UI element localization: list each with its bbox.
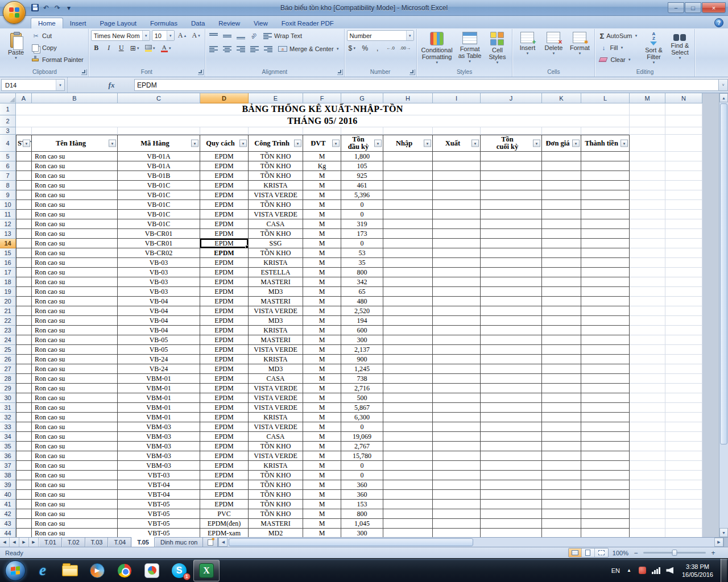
close-button[interactable]: × — [702, 2, 726, 13]
cell-H5[interactable] — [383, 152, 433, 161]
cell-F40[interactable]: M — [303, 490, 341, 500]
cell-L19[interactable] — [581, 287, 630, 297]
cell-J41[interactable] — [481, 500, 542, 509]
cell-K9[interactable] — [542, 190, 581, 200]
cell-G43[interactable]: 1,045 — [341, 519, 383, 529]
row-header-14[interactable]: 14 — [0, 239, 16, 248]
cell-K21[interactable] — [542, 306, 581, 316]
cell-M6[interactable] — [630, 161, 665, 171]
cell-B19[interactable]: Ron cao su — [32, 287, 118, 297]
cell-I16[interactable] — [433, 258, 481, 268]
cell-I6[interactable] — [433, 161, 481, 171]
cell-M38[interactable] — [630, 471, 665, 480]
row-header-42[interactable]: 42 — [0, 509, 16, 519]
cell-J13[interactable] — [481, 229, 542, 239]
filter-button-A[interactable]: ▼ — [23, 140, 30, 147]
cell-E32[interactable]: KRISTA — [249, 413, 303, 422]
decrease-decimal-button[interactable]: .00→ — [398, 43, 412, 53]
horizontal-scrollbar[interactable]: ◀ ▶ — [218, 538, 723, 547]
cell-K32[interactable] — [542, 413, 581, 422]
cell-D27[interactable]: EPDM — [200, 364, 249, 374]
table-header-I[interactable]: Xuất▼ — [433, 135, 481, 152]
cell-B26[interactable]: Ron cao su — [32, 355, 118, 364]
cell-A41[interactable] — [16, 500, 32, 509]
cell-C22[interactable]: VB-04 — [118, 316, 200, 326]
cell-E38[interactable]: TỒN KHO — [249, 471, 303, 480]
cell-F30[interactable]: M — [303, 393, 341, 403]
row-header-28[interactable]: 28 — [0, 374, 16, 384]
cell-N25[interactable] — [665, 345, 702, 355]
cell-D20[interactable]: EPDM — [200, 297, 249, 306]
cell-L43[interactable] — [581, 519, 630, 529]
cell-N35[interactable] — [665, 442, 702, 451]
row-header-11[interactable]: 11 — [0, 210, 16, 219]
cell-A7[interactable] — [16, 171, 32, 181]
insert-function-button[interactable]: fx — [104, 80, 119, 91]
cell-I17[interactable] — [433, 268, 481, 277]
cell-A21[interactable] — [16, 306, 32, 316]
cell-I42[interactable] — [433, 509, 481, 519]
cell-F12[interactable]: M — [303, 219, 341, 229]
cell-E39[interactable]: TỒN KHO — [249, 480, 303, 490]
font-name-select[interactable]: Times New Rom▼ — [91, 30, 150, 41]
cell-G3[interactable] — [341, 127, 383, 135]
cell-C9[interactable]: VB-01C — [118, 190, 200, 200]
cell-F44[interactable]: M — [303, 529, 341, 537]
ribbon-tab-review[interactable]: Review — [212, 18, 247, 28]
cell-N11[interactable] — [665, 210, 702, 219]
cell-H6[interactable] — [383, 161, 433, 171]
cell-K15[interactable] — [542, 248, 581, 258]
cell-J9[interactable] — [481, 190, 542, 200]
last-sheet-button[interactable]: ▶ — [29, 538, 39, 547]
filter-button-H[interactable]: ▼ — [424, 140, 431, 147]
increase-indent-button[interactable] — [262, 44, 274, 55]
cell-B38[interactable]: Ron cao su — [32, 471, 118, 480]
row-header-15[interactable]: 15 — [0, 248, 16, 258]
cell-A38[interactable] — [16, 471, 32, 480]
cell-H33[interactable] — [383, 422, 433, 432]
cell-C43[interactable]: VBT-05 — [118, 519, 200, 529]
cell-M16[interactable] — [630, 258, 665, 268]
cell-C38[interactable]: VBT-03 — [118, 471, 200, 480]
cell-N1[interactable] — [665, 103, 702, 115]
sheet-tab-dinh-muc-ron[interactable]: Dinh muc ron — [155, 538, 203, 547]
scroll-up-button[interactable]: ▲ — [719, 93, 728, 102]
cell-N20[interactable] — [665, 297, 702, 306]
cell-A42[interactable] — [16, 509, 32, 519]
cell-M34[interactable] — [630, 432, 665, 442]
cell-H42[interactable] — [383, 509, 433, 519]
cell-K26[interactable] — [542, 355, 581, 364]
cell-K44[interactable] — [542, 529, 581, 537]
cell-D35[interactable]: EPDM — [200, 442, 249, 451]
cell-G31[interactable]: 5,867 — [341, 403, 383, 413]
cell-J29[interactable] — [481, 384, 542, 393]
cell-C18[interactable]: VB-03 — [118, 277, 200, 287]
cell-M31[interactable] — [630, 403, 665, 413]
cell-N14[interactable] — [665, 239, 702, 248]
cell-I7[interactable] — [433, 171, 481, 181]
cell-G33[interactable]: 0 — [341, 422, 383, 432]
cell-J16[interactable] — [481, 258, 542, 268]
cell-N15[interactable] — [665, 248, 702, 258]
cell-L14[interactable] — [581, 239, 630, 248]
cell-I23[interactable] — [433, 326, 481, 335]
cell-K38[interactable] — [542, 471, 581, 480]
taskbar-media-player[interactable]: ▶ — [84, 560, 110, 581]
normal-view-button[interactable] — [569, 548, 582, 557]
row-header-29[interactable]: 29 — [0, 384, 16, 393]
cell-C15[interactable]: VB-CR02 — [118, 248, 200, 258]
cell-I30[interactable] — [433, 393, 481, 403]
cell-H22[interactable] — [383, 316, 433, 326]
cell-L24[interactable] — [581, 335, 630, 345]
cell-K12[interactable] — [542, 219, 581, 229]
help-button[interactable]: ? — [714, 18, 723, 27]
cell-K24[interactable] — [542, 335, 581, 345]
cell-I31[interactable] — [433, 403, 481, 413]
cell-J11[interactable] — [481, 210, 542, 219]
cell-A20[interactable] — [16, 297, 32, 306]
cell-B17[interactable]: Ron cao su — [32, 268, 118, 277]
cell-C31[interactable]: VBM-01 — [118, 403, 200, 413]
cell-F37[interactable]: M — [303, 461, 341, 471]
cell-C8[interactable]: VB-01C — [118, 181, 200, 190]
cell-L34[interactable] — [581, 432, 630, 442]
